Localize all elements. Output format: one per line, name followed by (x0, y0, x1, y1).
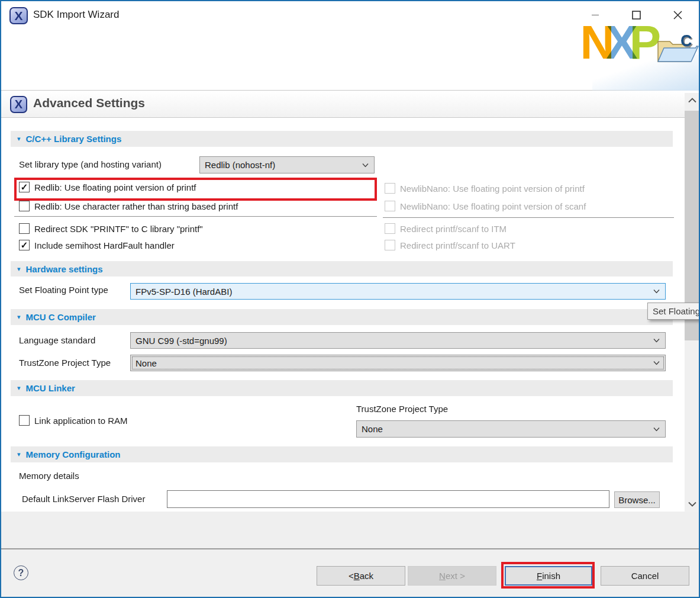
chevron-down-icon (653, 427, 660, 431)
checkbox-icon (19, 223, 30, 234)
tooltip: Set Floating (647, 303, 700, 320)
back-button[interactable]: < Back (317, 566, 405, 586)
chevron-down-icon (653, 290, 660, 294)
checkbox-redlib-float-printf[interactable]: ✓ Redlib: Use floating point version of … (19, 182, 196, 192)
checkbox-icon (385, 201, 395, 211)
finish-button[interactable]: Finish (505, 566, 592, 586)
scroll-down-icon[interactable] (685, 497, 699, 512)
memory-details-label: Memory details (19, 470, 79, 482)
section-title: MCU Linker (26, 383, 75, 393)
checkbox-redirect-sdk-printf[interactable]: Redirect SDK "PRINTF" to C library "prin… (19, 223, 203, 234)
scroll-up-icon[interactable] (685, 93, 699, 108)
section-title: Hardware settings (26, 264, 103, 274)
window-title: SDK Import Wizard (33, 9, 119, 21)
chevron-down-icon (362, 163, 369, 167)
content-filler (1, 512, 699, 549)
floating-point-type-select[interactable]: FPv5-SP-D16 (HardABI) (130, 283, 666, 300)
checkbox-icon (385, 240, 395, 250)
checkbox-icon (385, 223, 395, 234)
nxp-letter-x: X (606, 16, 629, 69)
section-header-mcu-c-compiler[interactable]: ▾ MCU C Compiler (11, 309, 673, 325)
flash-driver-input[interactable] (167, 490, 609, 508)
checkbox-newlibnano-float-printf[interactable]: NewlibNano: Use floating point version o… (385, 183, 585, 194)
browse-button[interactable]: Browse... (614, 491, 660, 508)
checkbox-icon (385, 183, 395, 194)
section-header-mcu-linker[interactable]: ▾ MCU Linker (11, 380, 673, 396)
language-standard-label: Language standard (19, 335, 95, 346)
divider (14, 216, 377, 217)
section-title: MCU C Compiler (26, 312, 96, 322)
floating-point-type-label: Set Floating Point type (19, 284, 108, 296)
svg-text:C: C (680, 32, 692, 50)
flash-driver-label: Default LinkServer Flash Driver (22, 493, 145, 505)
page-header: X Advanced Settings (1, 91, 699, 118)
c-project-folder-icon: C C (654, 32, 699, 66)
page-header-icon: X (10, 96, 27, 113)
collapse-arrow-icon: ▾ (17, 265, 21, 273)
section-header-memory-configuration[interactable]: ▾ Memory Configuration (11, 446, 673, 462)
settings-content: ▾ C/C++ Library Settings Set library typ… (1, 118, 699, 512)
trustzone-project-type-select[interactable]: None (130, 355, 666, 371)
language-standard-select[interactable]: GNU C99 (-std=gnu99) (130, 332, 666, 349)
linker-trustzone-select[interactable]: None (356, 420, 666, 438)
wizard-button-bar: ? < Back Next > Finish Cancel (1, 549, 699, 597)
close-icon (672, 9, 683, 21)
linker-trustzone-label: TrustZone Project Type (356, 403, 448, 415)
section-title: C/C++ Library Settings (26, 134, 122, 144)
checkbox-link-application-to-ram[interactable]: Link application to RAM (19, 415, 128, 426)
library-type-label: Set library type (and hosting variant) (19, 159, 162, 171)
checkbox-redlib-char-printf[interactable]: Redlib: Use character rather than string… (19, 201, 238, 211)
nxp-letter-p: P (630, 16, 653, 69)
chevron-down-icon (653, 361, 660, 365)
trustzone-project-type-label: TrustZone Project Type (19, 357, 111, 369)
checkbox-redirect-itm[interactable]: Redirect printf/scanf to ITM (385, 223, 507, 234)
nxp-letter-n: N (580, 16, 607, 69)
checkbox-newlibnano-float-scanf[interactable]: NewlibNano: Use floating point version o… (385, 201, 586, 211)
section-header-library-settings[interactable]: ▾ C/C++ Library Settings (11, 131, 673, 147)
app-icon: X (9, 7, 28, 24)
chevron-down-icon (653, 339, 660, 343)
section-title: Memory Configuration (26, 449, 121, 459)
collapse-arrow-icon: ▾ (17, 384, 21, 392)
nxp-logo: NXP (580, 19, 653, 66)
checkbox-icon (19, 201, 30, 211)
next-button[interactable]: Next > (408, 566, 496, 586)
close-button[interactable] (670, 7, 685, 22)
cancel-button[interactable]: Cancel (601, 566, 689, 586)
checkbox-semihost-hardfault[interactable]: ✓ Include semihost HardFault handler (19, 240, 175, 250)
sdk-import-wizard-window: X SDK Import Wizard NXP C C X Advanced S… (0, 0, 700, 598)
checkbox-checked-icon: ✓ (19, 240, 30, 250)
collapse-arrow-icon: ▾ (17, 451, 21, 458)
library-type-select[interactable]: Redlib (nohost-nf) (199, 156, 375, 173)
title-banner: X SDK Import Wizard NXP C C (1, 1, 699, 91)
section-header-hardware-settings[interactable]: ▾ Hardware settings (11, 261, 673, 277)
help-button[interactable]: ? (14, 565, 28, 580)
checkbox-icon (19, 415, 30, 426)
collapse-arrow-icon: ▾ (17, 313, 21, 321)
collapse-arrow-icon: ▾ (17, 135, 21, 143)
page-title: Advanced Settings (33, 96, 145, 110)
checkbox-redirect-uart[interactable]: Redirect printf/scanf to UART (385, 240, 515, 250)
divider (383, 217, 674, 218)
checkbox-checked-icon: ✓ (19, 182, 30, 192)
